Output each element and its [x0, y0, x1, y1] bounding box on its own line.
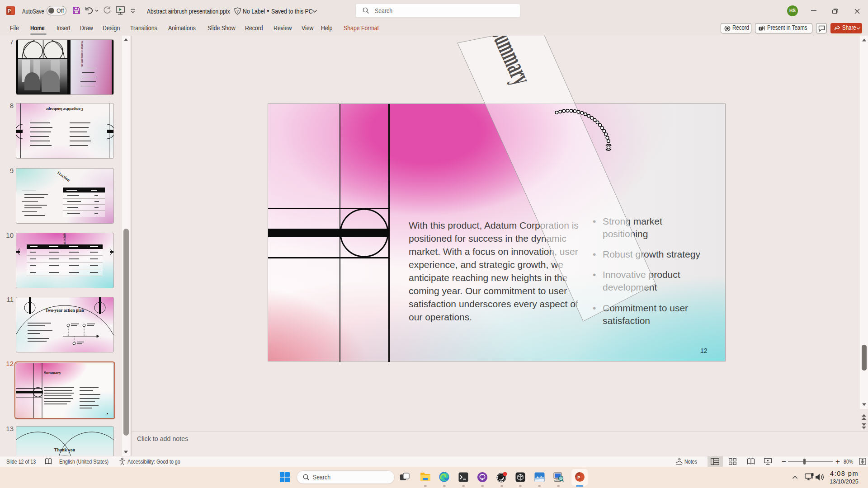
svg-text:?: ?	[236, 9, 239, 14]
svg-text:T: T	[760, 27, 762, 30]
svg-text:P: P	[8, 8, 11, 14]
svg-text:P: P	[577, 475, 580, 480]
